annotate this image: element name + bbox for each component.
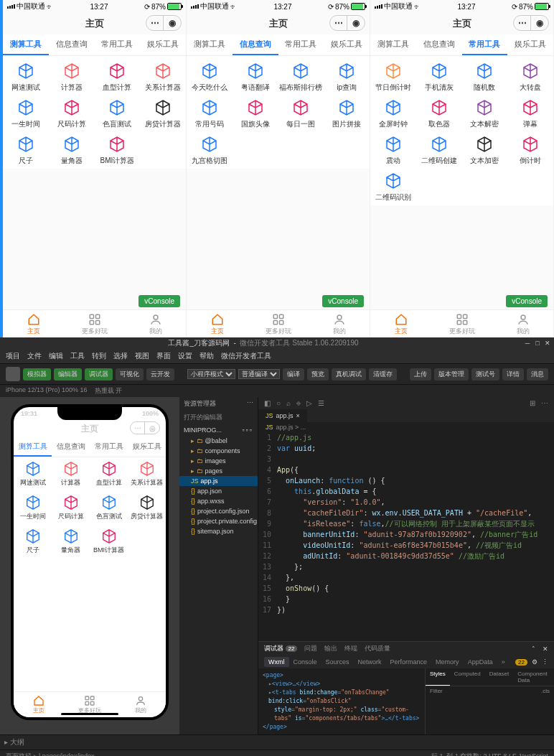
explorer-actions[interactable]: ▫▫▫: [242, 426, 253, 434]
tree-item[interactable]: ▸ 🗀components: [179, 446, 258, 456]
menu-转到[interactable]: 转到: [92, 351, 106, 361]
sim-tool-cell[interactable]: 血型计算: [90, 457, 128, 491]
settings-icon[interactable]: ⚙: [532, 658, 537, 666]
sim-tool-cell[interactable]: 尺子: [14, 525, 52, 559]
tabbar-item[interactable]: 我的: [125, 313, 186, 336]
tabbar-item[interactable]: 更多好玩: [248, 313, 309, 336]
tabbar-item[interactable]: 主页: [3, 313, 64, 336]
menu-工具[interactable]: 工具: [70, 351, 85, 361]
capsule-target-icon[interactable]: ◉: [531, 16, 548, 30]
tool-cell[interactable]: 弹幕: [507, 95, 553, 132]
sim-tool-cell[interactable]: 尺码计算: [52, 491, 90, 525]
tool-cell[interactable]: 关系计算器: [140, 59, 186, 95]
capsule-close-icon[interactable]: ◎: [145, 422, 159, 434]
styles-tab[interactable]: Component Data: [513, 668, 554, 686]
icon[interactable]: ☰: [318, 399, 324, 407]
tab-3[interactable]: 娱乐工具: [324, 34, 370, 55]
project-name[interactable]: MINIPROG...: [184, 426, 222, 434]
vconsole-button[interactable]: vConsole: [506, 295, 548, 307]
tool-cell[interactable]: 手机清灰: [416, 59, 462, 95]
tool-cell[interactable]: 网速测试: [3, 59, 49, 95]
cls-toggle[interactable]: .cls: [541, 688, 550, 694]
tree-item[interactable]: {}project.private.config.js...: [179, 516, 258, 526]
tool-真机调试[interactable]: 真机调试: [332, 368, 366, 381]
tool-上传[interactable]: 上传: [410, 368, 431, 381]
tool-cell[interactable]: 大转盘: [507, 59, 553, 95]
sim-tool-cell[interactable]: 色盲测试: [90, 491, 128, 525]
tree-item[interactable]: {}project.config.json: [179, 506, 258, 516]
icon[interactable]: ○: [276, 399, 281, 407]
menu-编辑[interactable]: 编辑: [49, 351, 63, 361]
menu-界面[interactable]: 界面: [156, 351, 171, 361]
tree-item[interactable]: {}app.wxss: [179, 496, 258, 506]
tool-cell[interactable]: ip查询: [324, 59, 370, 95]
explorer-more-icon[interactable]: ⋯: [247, 399, 253, 409]
tool-cell[interactable]: 倒计时: [507, 132, 553, 169]
devtools-tab[interactable]: Sources: [321, 657, 354, 667]
tool-cell[interactable]: 随机数: [462, 59, 508, 95]
menu-项目[interactable]: 项目: [6, 351, 20, 361]
debug-tab[interactable]: 终端: [344, 644, 357, 653]
tabbar-item[interactable]: 主页: [187, 313, 248, 336]
devtools-tab[interactable]: Network: [354, 657, 386, 667]
tool-消息[interactable]: 消息: [527, 368, 548, 381]
sim-tool-cell[interactable]: 网速测试: [14, 457, 52, 491]
tool-预览[interactable]: 预览: [307, 368, 329, 381]
tool-cell[interactable]: 计算器: [49, 59, 95, 95]
capsule-more-icon[interactable]: ⋯: [146, 16, 164, 30]
tool-cell[interactable]: 每日一图: [278, 95, 324, 132]
avatar[interactable]: [6, 367, 20, 381]
tool-cell[interactable]: 常用号码: [187, 95, 233, 132]
tree-item[interactable]: ▸ 🗀pages: [179, 466, 258, 476]
sim-tabbar-item[interactable]: 主页: [14, 695, 65, 714]
menu-帮助[interactable]: 帮助: [199, 351, 214, 361]
devtools-more[interactable]: »: [497, 657, 510, 667]
icon[interactable]: ◧: [264, 399, 271, 407]
devtools-tab[interactable]: Wxml: [264, 657, 289, 667]
debug-tab[interactable]: 代码质量: [365, 644, 390, 653]
tool-清缓存[interactable]: 清缓存: [369, 368, 397, 381]
tree-item[interactable]: {}sitemap.json: [179, 526, 258, 536]
tool-云开发[interactable]: 云开发: [146, 368, 174, 381]
icon[interactable]: ⌕: [286, 399, 291, 407]
capsule-more-icon[interactable]: ⋯: [131, 422, 145, 434]
tool-cell[interactable]: 国旗头像: [233, 95, 278, 132]
tab-2[interactable]: 常用工具: [95, 34, 141, 55]
menu-微信开发者工具[interactable]: 微信开发者工具: [221, 351, 271, 361]
capsule[interactable]: ⋯◉: [329, 15, 365, 31]
sim-tool-cell[interactable]: 一生时间: [14, 491, 52, 525]
debug-tab[interactable]: 调试器 22: [264, 644, 297, 653]
menu-选择[interactable]: 选择: [113, 351, 128, 361]
tree-item[interactable]: ▸ 🗀@babel: [179, 436, 258, 446]
tab-2[interactable]: 常用工具: [278, 34, 324, 55]
tabbar-item[interactable]: 我的: [492, 313, 553, 336]
tool-测试号[interactable]: 测试号: [471, 368, 499, 381]
icon[interactable]: ⊞: [530, 399, 535, 407]
filter-input[interactable]: Filter: [430, 688, 443, 694]
window-maximize[interactable]: □: [534, 340, 541, 347]
hot-reload[interactable]: 热重载 开: [95, 386, 123, 396]
code-editor[interactable]: 1//app.js2var uuid;34App({5 onLaunch: fu…: [258, 432, 554, 641]
warning-badge[interactable]: 22: [515, 659, 527, 666]
open-editors-section[interactable]: 打开的编辑器: [179, 411, 258, 424]
editor-tab-app-js[interactable]: JS app.js ×: [258, 409, 307, 422]
tab-close-icon[interactable]: ×: [296, 412, 300, 419]
window-minimize[interactable]: ─: [524, 340, 531, 347]
tool-cell[interactable]: 节日倒计时: [370, 59, 416, 95]
tool-cell[interactable]: 取色器: [416, 95, 462, 132]
tool-cell[interactable]: 尺码计算: [49, 95, 95, 132]
tool-版本管理[interactable]: 版本管理: [434, 368, 469, 381]
sim-tool-cell[interactable]: 计算器: [52, 457, 90, 491]
styles-tab[interactable]: Styles: [426, 668, 450, 686]
debug-tab[interactable]: 输出: [324, 644, 337, 653]
sim-tab[interactable]: 常用工具: [90, 438, 128, 457]
sim-tool-cell[interactable]: 房贷计算器: [128, 491, 166, 525]
tool-cell[interactable]: 色盲测试: [95, 95, 141, 132]
tabbar-item[interactable]: 更多好玩: [64, 313, 125, 336]
tabbar-item[interactable]: 我的: [309, 313, 370, 336]
compile-select[interactable]: 普通编译: [238, 369, 280, 379]
more-icon[interactable]: ⋮: [542, 658, 548, 666]
sim-tabbar-item[interactable]: 我的: [115, 695, 166, 714]
sim-tab[interactable]: 信息查询: [52, 438, 90, 457]
tree-item[interactable]: ▸ 🗀images: [179, 456, 258, 466]
